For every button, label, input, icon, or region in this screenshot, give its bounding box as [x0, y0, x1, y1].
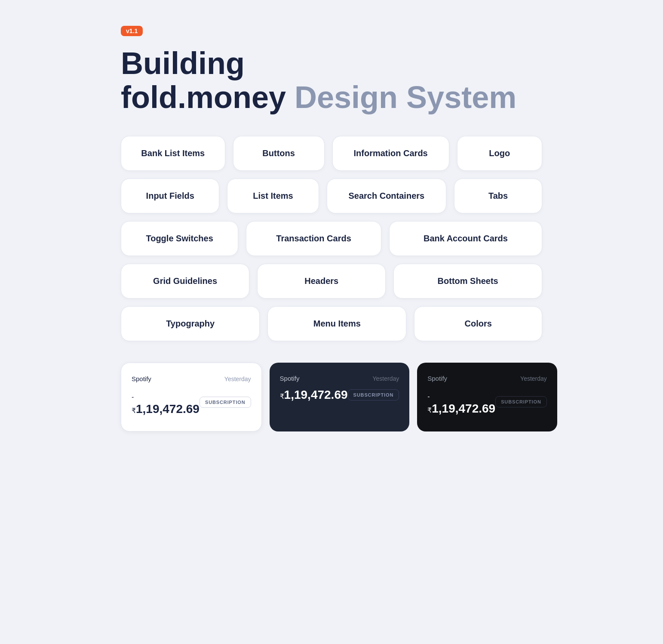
card-bottom-row-light: - ₹1,19,472.69 SUBSCRIPTION	[132, 388, 251, 416]
nav-toggle-switches[interactable]: Toggle Switches	[121, 221, 238, 256]
card-tag-light: SUBSCRIPTION	[200, 397, 251, 408]
grid-row-2: Input Fields List Items Search Container…	[121, 179, 542, 213]
nav-bottom-sheets[interactable]: Bottom Sheets	[393, 264, 542, 299]
nav-list-items[interactable]: List Items	[227, 179, 319, 213]
hero-brand: fold.money	[121, 80, 286, 114]
nav-logo[interactable]: Logo	[457, 136, 542, 171]
nav-typography[interactable]: Typography	[121, 306, 260, 341]
grid-row-3: Toggle Switches Transaction Cards Bank A…	[121, 221, 542, 256]
grid-row-5: Typography Menu Items Colors	[121, 306, 542, 341]
card-date-light: Yesterday	[224, 376, 251, 382]
grid-row-1: Bank List Items Buttons Information Card…	[121, 136, 542, 171]
hero-title: Building fold.money Design System	[121, 46, 542, 114]
preview-card-dark: Spotify Yesterday ₹1,19,472.69 SUBSCRIPT…	[270, 363, 410, 431]
card-prefix-black: - ₹	[427, 393, 432, 414]
nav-buttons[interactable]: Buttons	[233, 136, 325, 171]
nav-information-cards[interactable]: Information Cards	[332, 136, 449, 171]
nav-search-containers[interactable]: Search Containers	[327, 179, 447, 213]
nav-transaction-cards[interactable]: Transaction Cards	[246, 221, 381, 256]
version-badge: v1.1	[121, 26, 143, 36]
nav-input-fields[interactable]: Input Fields	[121, 179, 219, 213]
card-top-row-black: Spotify Yesterday	[427, 375, 547, 382]
nav-menu-items[interactable]: Menu Items	[267, 306, 406, 341]
card-date-dark: Yesterday	[372, 375, 399, 382]
nav-colors[interactable]: Colors	[414, 306, 542, 341]
card-prefix-light: - ₹	[132, 393, 136, 414]
card-merchant-light: Spotify	[132, 375, 151, 382]
page-container: v1.1 Building fold.money Design System B…	[95, 0, 568, 431]
preview-card-black: Spotify Yesterday - ₹1,19,472.69 SUBSCRI…	[417, 363, 557, 431]
preview-section: Spotify Yesterday - ₹1,19,472.69 SUBSCRI…	[121, 363, 542, 431]
card-date-black: Yesterday	[520, 375, 547, 382]
card-bottom-row-black: - ₹1,19,472.69 SUBSCRIPTION	[427, 388, 547, 416]
nav-bank-list-items[interactable]: Bank List Items	[121, 136, 225, 171]
nav-bank-account-cards[interactable]: Bank Account Cards	[389, 221, 542, 256]
card-amount-black: - ₹1,19,472.69	[427, 388, 495, 416]
hero-design-system: Design System	[295, 80, 516, 114]
card-tag-black: SUBSCRIPTION	[495, 396, 547, 407]
card-bottom-row-dark: ₹1,19,472.69 SUBSCRIPTION	[280, 388, 399, 402]
card-prefix-dark: ₹	[280, 393, 284, 400]
grid-row-4: Grid Guidelines Headers Bottom Sheets	[121, 264, 542, 299]
nav-grid-guidelines[interactable]: Grid Guidelines	[121, 264, 249, 299]
card-merchant-dark: Spotify	[280, 375, 300, 382]
card-top-row-dark: Spotify Yesterday	[280, 375, 399, 382]
nav-tabs[interactable]: Tabs	[454, 179, 542, 213]
nav-grid: Bank List Items Buttons Information Card…	[121, 136, 542, 341]
card-merchant-black: Spotify	[427, 375, 447, 382]
card-amount-light: - ₹1,19,472.69	[132, 388, 200, 416]
card-top-row-light: Spotify Yesterday	[132, 375, 251, 382]
hero-line1: Building	[121, 46, 245, 80]
card-amount-dark: ₹1,19,472.69	[280, 388, 348, 402]
nav-headers[interactable]: Headers	[257, 264, 386, 299]
card-tag-dark: SUBSCRIPTION	[348, 389, 399, 401]
preview-card-light: Spotify Yesterday - ₹1,19,472.69 SUBSCRI…	[121, 363, 262, 431]
